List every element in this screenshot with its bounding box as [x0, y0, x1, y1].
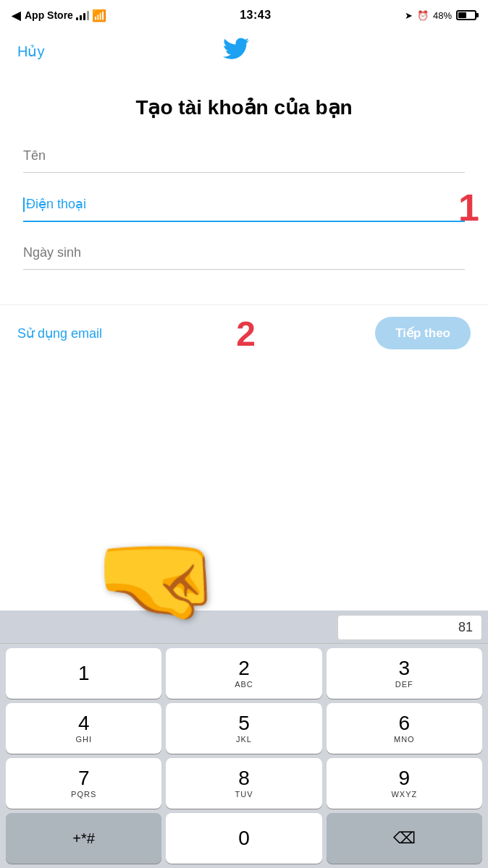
carrier-name: App Store — [25, 9, 73, 21]
key-0[interactable]: 0 — [166, 813, 321, 864]
keyboard-grid: 1 2 ABC 3 DEF 4 GHI 5 JKL 6 MNO — [0, 644, 488, 868]
keyboard-row-3: 7 PQRS 8 TUV 9 WXYZ — [6, 758, 482, 809]
keyboard-row-2: 4 GHI 5 JKL 6 MNO — [6, 703, 482, 754]
battery-icon — [456, 10, 476, 20]
use-email-button[interactable]: Sử dụng email — [17, 326, 102, 341]
key-6[interactable]: 6 MNO — [327, 703, 482, 754]
keyboard-row-1: 1 2 ABC 3 DEF — [6, 648, 482, 699]
birthday-label: Ngày sinh — [23, 242, 465, 263]
key-7[interactable]: 7 PQRS — [6, 758, 161, 809]
main-content: Tạo tài khoản của bạn Tên Điện thoại 1 N… — [0, 74, 488, 305]
header: Hủy — [0, 29, 488, 74]
cancel-button[interactable]: Hủy — [17, 43, 44, 60]
text-cursor — [23, 197, 25, 212]
bottom-bar: Sử dụng email 2 Tiếp theo — [0, 305, 488, 361]
key-9[interactable]: 9 WXYZ — [327, 758, 482, 809]
step-2-indicator: 2 — [236, 313, 256, 353]
key-8[interactable]: 8 TUV — [166, 758, 321, 809]
key-3[interactable]: 3 DEF — [327, 648, 482, 699]
key-4[interactable]: 4 GHI — [6, 703, 161, 754]
twitter-logo — [223, 38, 249, 65]
name-label: Tên — [23, 145, 465, 166]
status-bar: ◀ App Store 📶 13:43 ➤ ⏰ 48% — [0, 0, 488, 29]
keyboard-row-4: +*# 0 ⌫ — [6, 813, 482, 864]
alarm-icon: ⏰ — [417, 10, 429, 21]
phone-field[interactable]: Điện thoại 1 — [23, 193, 465, 222]
carrier-info: ◀ App Store 📶 — [12, 9, 106, 22]
backspace-icon: ⌫ — [393, 829, 416, 848]
birthday-field[interactable]: Ngày sinh — [23, 242, 465, 270]
key-2[interactable]: 2 ABC — [166, 648, 321, 699]
keyboard-display-row: 81 — [0, 610, 488, 644]
key-1[interactable]: 1 — [6, 648, 161, 699]
key-symbols[interactable]: +*# — [6, 813, 161, 864]
back-arrow-icon: ◀ — [12, 9, 20, 22]
next-button[interactable]: Tiếp theo — [375, 317, 471, 349]
battery-percent: 48% — [433, 10, 452, 21]
status-right: ➤ ⏰ 48% — [405, 10, 476, 21]
phone-display: 81 — [337, 615, 482, 640]
wifi-icon: 📶 — [92, 9, 106, 22]
numeric-keyboard: 81 1 2 ABC 3 DEF 4 GHI 5 — [0, 610, 488, 868]
phone-label: Điện thoại — [23, 193, 465, 215]
location-icon: ➤ — [405, 10, 413, 21]
clock: 13:43 — [240, 9, 271, 22]
key-5[interactable]: 5 JKL — [166, 703, 321, 754]
page-title: Tạo tài khoản của bạn — [23, 95, 465, 119]
backspace-button[interactable]: ⌫ — [327, 813, 482, 864]
name-field[interactable]: Tên — [23, 145, 465, 173]
signal-icon — [76, 10, 89, 20]
